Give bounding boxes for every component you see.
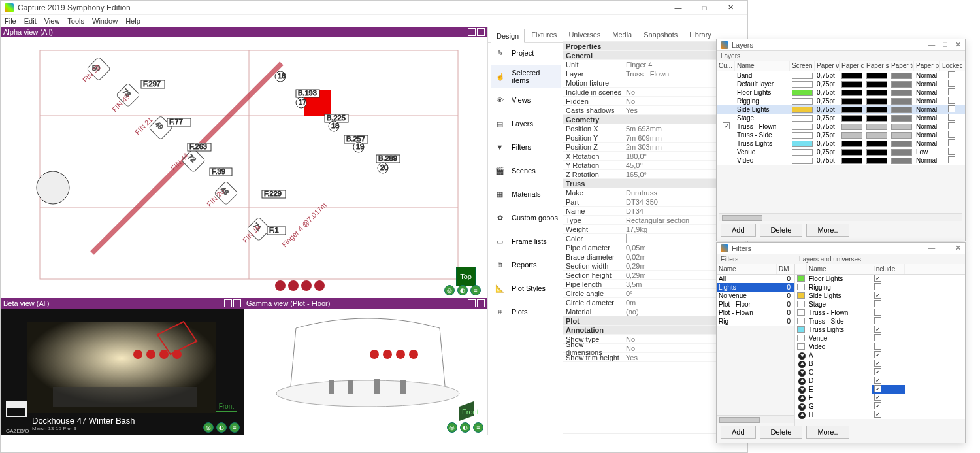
view-toggle-button[interactable] <box>477 28 485 36</box>
add-button[interactable]: Add <box>721 224 756 237</box>
paper-text-swatch[interactable] <box>891 141 912 147</box>
include-checkbox[interactable] <box>874 411 881 418</box>
view-toggle-button[interactable] <box>233 299 241 307</box>
layer-row[interactable]: Rigging0,75ptNormal <box>717 97 965 105</box>
filter-universe-row[interactable]: Floor Lights <box>795 275 965 283</box>
filters-col-header[interactable]: Name <box>807 264 872 274</box>
color-swatch[interactable] <box>626 234 627 243</box>
screen-color-swatch[interactable] <box>792 90 813 96</box>
layers-col-header[interactable]: Paper s... <box>864 61 889 71</box>
locked-checkbox[interactable] <box>948 105 955 112</box>
screen-color-swatch[interactable] <box>792 107 813 113</box>
maximize-button[interactable]: □ <box>943 41 947 49</box>
paper-stroke-swatch[interactable] <box>866 132 887 139</box>
gamma-canvas[interactable]: Front ◎ ◐ ≡ <box>244 309 487 435</box>
include-checkbox[interactable] <box>874 309 881 316</box>
maximize-button[interactable]: □ <box>691 1 717 15</box>
nav-scenes[interactable]: 🎬Scenes <box>491 159 561 182</box>
minimize-button[interactable]: — <box>665 1 691 15</box>
layer-row[interactable]: Truss Lights0,75ptNormal <box>717 139 965 148</box>
view-tool-button[interactable]: ◐ <box>460 422 470 433</box>
view-tool-button[interactable]: ◎ <box>444 285 455 295</box>
paper-text-swatch[interactable] <box>891 81 912 88</box>
menu-help[interactable]: Help <box>125 17 140 25</box>
screen-color-swatch[interactable] <box>792 149 813 156</box>
filters-col-header[interactable]: DM <box>777 264 792 274</box>
paper-color-swatch[interactable] <box>841 149 862 156</box>
include-checkbox[interactable] <box>874 334 881 341</box>
layer-row[interactable]: Band0,75ptNormal <box>717 71 965 80</box>
close-button[interactable]: ✕ <box>717 1 743 15</box>
filters-col-header[interactable]: Include <box>872 264 905 274</box>
nav-plotstyles[interactable]: 📐Plot Styles <box>491 277 561 300</box>
layers-col-header[interactable]: Screen c... <box>790 61 815 71</box>
nav-views[interactable]: 👁Views <box>491 88 561 112</box>
view-tool-button[interactable]: ◎ <box>203 422 214 433</box>
view-tool-button[interactable]: ◎ <box>447 422 457 433</box>
filter-row[interactable]: Plot - Floor0 <box>717 300 794 309</box>
view-tool-button[interactable]: ◐ <box>216 422 227 433</box>
include-checkbox[interactable] <box>874 292 881 299</box>
locked-checkbox[interactable] <box>948 156 955 163</box>
paper-stroke-swatch[interactable] <box>866 149 887 156</box>
tab-universes[interactable]: Universes <box>563 28 606 42</box>
locked-checkbox[interactable] <box>948 131 955 138</box>
filter-row[interactable]: Rig0 <box>717 317 794 326</box>
include-checkbox[interactable] <box>874 343 881 350</box>
screen-color-swatch[interactable] <box>792 98 813 105</box>
layer-row[interactable]: Venue0,75ptLow <box>717 148 965 156</box>
screen-color-swatch[interactable] <box>792 81 813 88</box>
layer-row[interactable]: Truss - Flown0,75ptNormal <box>717 122 965 131</box>
alpha-canvas[interactable]: 50 73 49 72 48 71 F.297 F.77 F.263 F.39 … <box>1 37 487 298</box>
nav-framelists[interactable]: ▭Frame lists <box>491 229 561 253</box>
include-checkbox[interactable] <box>874 275 881 282</box>
locked-checkbox[interactable] <box>948 88 955 95</box>
delete-button[interactable]: Delete <box>760 426 803 439</box>
screen-color-swatch[interactable] <box>792 124 813 130</box>
paper-stroke-swatch[interactable] <box>866 115 887 122</box>
add-button[interactable]: Add <box>721 426 756 439</box>
view-toggle-button[interactable] <box>468 28 476 36</box>
delete-button[interactable]: Delete <box>760 224 803 237</box>
layer-row[interactable]: Side Lights0,75ptNormal <box>717 105 965 114</box>
filter-row[interactable]: No venue0 <box>717 292 794 300</box>
filter-universe-row[interactable]: Video <box>795 343 965 351</box>
include-checkbox[interactable] <box>874 351 881 358</box>
screen-color-swatch[interactable] <box>792 132 813 139</box>
layers-col-header[interactable]: Paper pr... <box>914 61 940 71</box>
filter-universe-row[interactable]: ✱E <box>795 385 965 394</box>
tab-library[interactable]: Library <box>684 28 717 42</box>
tab-media[interactable]: Media <box>607 28 637 42</box>
minimize-button[interactable]: — <box>928 244 935 252</box>
nav-layers[interactable]: ▤Layers <box>491 112 561 135</box>
paper-text-swatch[interactable] <box>891 90 912 96</box>
filters-col-header[interactable]: Name <box>717 264 777 274</box>
paper-text-swatch[interactable] <box>891 149 912 156</box>
filter-universe-row[interactable]: Stage <box>795 300 965 309</box>
nav-gobos[interactable]: ✿Custom gobos <box>491 206 561 229</box>
nav-reports[interactable]: 🗎Reports <box>491 253 561 277</box>
filter-universe-row[interactable]: ✱D <box>795 377 965 385</box>
layer-row[interactable]: Default layer0,75ptNormal <box>717 80 965 88</box>
include-checkbox[interactable] <box>874 385 881 392</box>
filters-col-header[interactable] <box>795 264 807 274</box>
menu-view[interactable]: View <box>44 17 60 25</box>
include-checkbox[interactable] <box>874 326 881 333</box>
paper-color-swatch[interactable] <box>841 158 862 164</box>
include-checkbox[interactable] <box>874 300 881 307</box>
paper-text-swatch[interactable] <box>891 115 912 122</box>
paper-stroke-swatch[interactable] <box>866 158 887 164</box>
screen-color-swatch[interactable] <box>792 141 813 147</box>
view-tool-button[interactable]: ≡ <box>473 422 483 433</box>
orientation-badge[interactable]: Top <box>456 267 476 286</box>
paper-text-swatch[interactable] <box>891 132 912 139</box>
nav-project[interactable]: ✎Project <box>491 41 561 65</box>
paper-color-swatch[interactable] <box>841 141 862 147</box>
include-checkbox[interactable] <box>874 377 881 384</box>
close-button[interactable]: ✕ <box>955 41 961 49</box>
filter-universe-row[interactable]: ✱C <box>795 368 965 377</box>
layers-col-header[interactable]: Locked <box>940 61 962 71</box>
nav-filters[interactable]: ▼Filters <box>491 135 561 159</box>
view-toggle-button[interactable] <box>477 299 485 307</box>
paper-stroke-swatch[interactable] <box>866 81 887 88</box>
